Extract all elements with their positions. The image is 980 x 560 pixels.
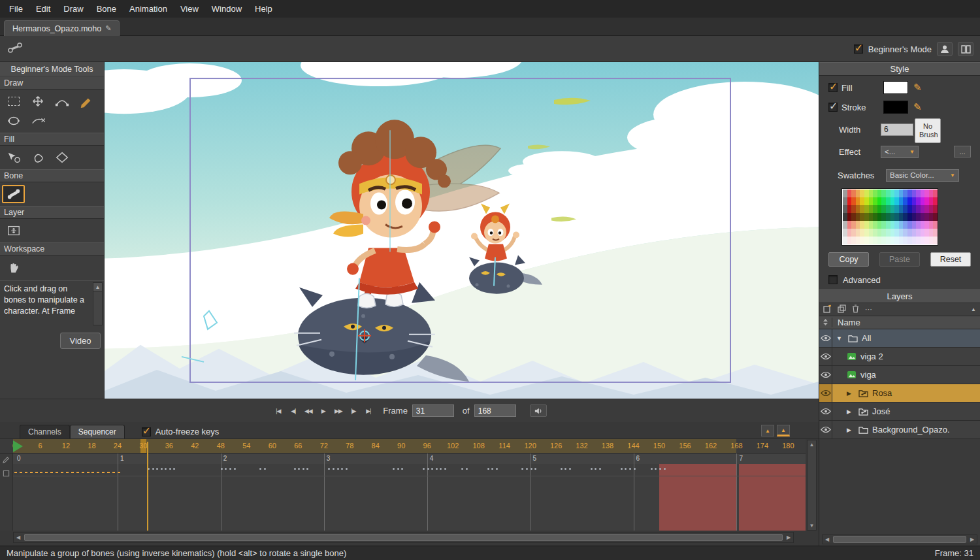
color-swatch[interactable] bbox=[894, 213, 899, 221]
layer-visibility-toggle[interactable] bbox=[819, 329, 832, 347]
color-swatch[interactable] bbox=[912, 205, 917, 213]
color-swatch[interactable] bbox=[894, 237, 899, 244]
keyframe-dot[interactable] bbox=[427, 468, 429, 470]
keyframe-dot[interactable] bbox=[621, 468, 623, 470]
color-swatch[interactable] bbox=[890, 213, 895, 221]
selected-keyframe-dash[interactable] bbox=[87, 472, 90, 473]
keyframe-dot[interactable] bbox=[461, 468, 463, 470]
no-brush-button[interactable]: No Brush bbox=[915, 118, 941, 143]
color-swatch[interactable] bbox=[869, 205, 874, 213]
new-layer-button[interactable] bbox=[823, 305, 832, 315]
color-swatch[interactable] bbox=[864, 189, 869, 197]
collapse-icon[interactable]: ▼ bbox=[836, 335, 844, 342]
document-tab[interactable]: Hermanos_Opazo.moho ✎ bbox=[4, 20, 120, 36]
layer-row-all[interactable]: ▼All bbox=[819, 329, 980, 348]
effect-dropdown[interactable]: <... ▼ bbox=[881, 146, 919, 158]
color-swatch[interactable] bbox=[873, 197, 877, 205]
selected-keyframe-dash[interactable] bbox=[45, 472, 48, 473]
selected-keyframe-dash[interactable] bbox=[20, 472, 22, 473]
color-swatch[interactable] bbox=[894, 197, 899, 205]
keyframe-dot[interactable] bbox=[591, 468, 593, 470]
sort-layers-icon[interactable] bbox=[819, 318, 832, 327]
color-swatch[interactable] bbox=[912, 229, 917, 237]
layer-row-jos-[interactable]: ▶José bbox=[819, 403, 980, 421]
color-swatch[interactable] bbox=[847, 189, 852, 197]
scroll-up-icon[interactable]: ▲ bbox=[93, 283, 102, 291]
keyframe-dot[interactable] bbox=[298, 468, 300, 470]
color-swatch[interactable] bbox=[899, 237, 904, 244]
keyframe-dot[interactable] bbox=[534, 468, 536, 470]
color-swatch[interactable] bbox=[847, 213, 852, 221]
color-swatch[interactable] bbox=[881, 213, 886, 221]
color-swatch[interactable] bbox=[860, 197, 864, 205]
color-swatch[interactable] bbox=[843, 221, 847, 229]
color-swatch[interactable] bbox=[851, 213, 856, 221]
color-swatch[interactable] bbox=[873, 237, 877, 244]
keyframe-dot[interactable] bbox=[333, 468, 335, 470]
keyframe-dot[interactable] bbox=[521, 468, 523, 470]
color-swatch[interactable] bbox=[890, 205, 895, 213]
transform-points-tool[interactable] bbox=[26, 92, 49, 110]
color-swatch[interactable] bbox=[933, 213, 938, 221]
keyframe-dot[interactable] bbox=[466, 468, 468, 470]
select-shape-tool[interactable] bbox=[2, 148, 25, 167]
selected-keyframe-dash[interactable] bbox=[112, 472, 115, 473]
layers-menu-button[interactable]: ⋯ bbox=[865, 305, 873, 314]
selected-keyframe-dash[interactable] bbox=[66, 472, 69, 473]
keyframe-dot[interactable] bbox=[431, 468, 433, 470]
color-swatch[interactable] bbox=[916, 213, 921, 221]
color-swatch[interactable] bbox=[933, 237, 938, 244]
video-button[interactable]: Video bbox=[60, 333, 101, 349]
keyframe-dot[interactable] bbox=[337, 468, 339, 470]
color-swatch[interactable] bbox=[847, 237, 852, 244]
selected-keyframe-dash[interactable] bbox=[14, 472, 17, 473]
menu-animation[interactable]: Animation bbox=[123, 4, 174, 14]
keyframe-dot[interactable] bbox=[444, 468, 446, 470]
color-swatch[interactable] bbox=[921, 213, 925, 221]
scroll-right-icon[interactable]: ▶ bbox=[968, 536, 977, 542]
keyframe-dot[interactable] bbox=[423, 468, 425, 470]
current-frame-input[interactable] bbox=[412, 404, 454, 417]
color-swatch[interactable] bbox=[856, 189, 860, 197]
keyframe-dot[interactable] bbox=[397, 468, 399, 470]
color-swatch[interactable] bbox=[881, 221, 886, 229]
color-swatch[interactable] bbox=[843, 189, 847, 197]
keyframe-dot[interactable] bbox=[169, 468, 171, 470]
timeline-vscrollbar[interactable]: ▲ ▼ bbox=[807, 440, 817, 531]
color-swatch[interactable] bbox=[877, 189, 882, 197]
menu-draw[interactable]: Draw bbox=[57, 4, 90, 14]
color-swatch[interactable] bbox=[860, 205, 864, 213]
transform-layer-tool[interactable] bbox=[2, 222, 25, 240]
color-swatch[interactable] bbox=[933, 205, 938, 213]
color-swatch[interactable] bbox=[890, 229, 895, 237]
copy-style-button[interactable]: Copy bbox=[828, 252, 869, 267]
play-marker-icon[interactable] bbox=[13, 440, 23, 452]
color-swatch[interactable] bbox=[873, 205, 877, 213]
paste-style-button[interactable]: Paste bbox=[879, 252, 920, 267]
color-swatch[interactable] bbox=[873, 189, 877, 197]
user-account-icon[interactable] bbox=[937, 42, 953, 56]
keyframe-dot[interactable] bbox=[328, 468, 330, 470]
color-swatch[interactable] bbox=[933, 197, 938, 205]
color-swatch[interactable] bbox=[912, 237, 917, 244]
color-swatch[interactable] bbox=[843, 205, 847, 213]
color-swatch[interactable] bbox=[890, 221, 895, 229]
color-swatch[interactable] bbox=[864, 213, 869, 221]
timeline-hscrollbar[interactable]: ◀ ▶ bbox=[13, 532, 794, 543]
reset-style-button[interactable]: Reset bbox=[930, 252, 971, 267]
color-swatch[interactable] bbox=[864, 229, 869, 237]
layer-row-rosa[interactable]: ▶Rosa bbox=[819, 384, 980, 403]
color-swatch[interactable] bbox=[907, 229, 912, 237]
step-forward-button[interactable]: ▶▶ bbox=[332, 405, 344, 416]
color-swatch[interactable] bbox=[877, 229, 882, 237]
keyframe-dot[interactable] bbox=[526, 468, 528, 470]
color-swatch[interactable] bbox=[877, 237, 882, 244]
timeline-marker-block[interactable] bbox=[739, 464, 805, 531]
stroke-checkbox[interactable]: ✓ bbox=[828, 103, 838, 112]
color-swatch[interactable] bbox=[899, 213, 904, 221]
selected-keyframe-dash[interactable] bbox=[35, 472, 38, 473]
keyframe-dot[interactable] bbox=[531, 468, 532, 470]
keyframe-dot[interactable] bbox=[564, 468, 566, 470]
color-swatch[interactable] bbox=[903, 205, 907, 213]
library-icon[interactable] bbox=[958, 42, 973, 56]
